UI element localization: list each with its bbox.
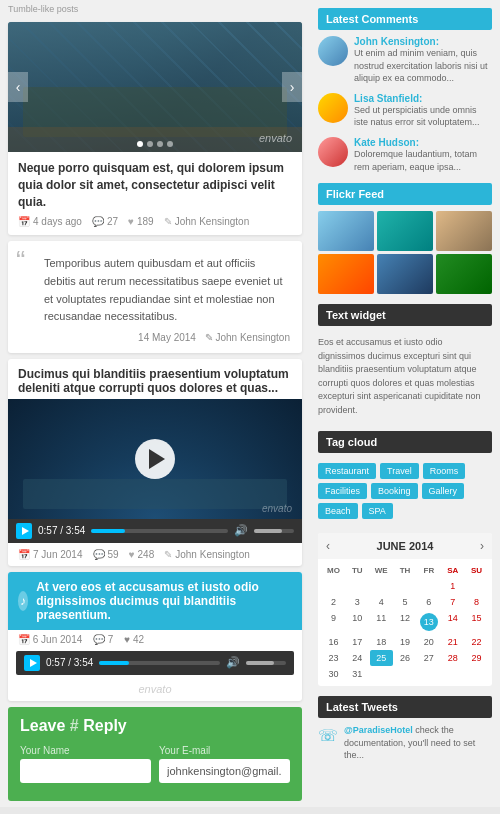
cal-day-30[interactable]: 30	[322, 666, 345, 682]
reply-section: Leave # Reply Your Name Your E-mail	[8, 707, 302, 801]
tweet-handle[interactable]: @ParadiseHotel	[344, 725, 413, 735]
comment-content-2: Lisa Stanfield: Sed ut perspiciatis unde…	[354, 93, 492, 129]
cal-day-18[interactable]: 18	[370, 634, 393, 650]
audio-controls-bar: 0:57 / 3:54 🔊	[16, 651, 294, 675]
cal-day-empty	[346, 578, 369, 594]
carousel-dot[interactable]	[147, 141, 153, 147]
cal-day-20[interactable]: 20	[417, 634, 440, 650]
carousel-dot[interactable]	[157, 141, 163, 147]
name-input[interactable]	[20, 759, 151, 783]
video-progress-bar[interactable]	[91, 529, 228, 533]
video-play-button[interactable]	[135, 439, 175, 479]
reply-form-row: Your Name Your E-mail	[20, 745, 290, 783]
carousel-dots	[137, 141, 173, 147]
cal-day-5[interactable]: 5	[394, 594, 417, 610]
carousel-prev-btn[interactable]: ‹	[8, 72, 28, 102]
cal-day-14[interactable]: 14	[441, 610, 464, 634]
audio-play-btn[interactable]	[24, 655, 40, 671]
tag-gallery[interactable]: Gallery	[422, 483, 465, 499]
cal-day-empty	[441, 666, 464, 682]
comment-icon: 💬	[92, 216, 104, 227]
cal-day-24[interactable]: 24	[346, 650, 369, 666]
cal-day-22[interactable]: 22	[465, 634, 488, 650]
tag-restaurant[interactable]: Restaurant	[318, 463, 376, 479]
text-widget-content: Eos et accusamus et iusto odio dignissim…	[318, 332, 492, 421]
cal-day-26[interactable]: 26	[394, 650, 417, 666]
volume-fill	[254, 529, 282, 533]
flickr-thumb-6[interactable]	[436, 254, 492, 294]
cal-day-23[interactable]: 23	[322, 650, 345, 666]
cal-day-13[interactable]: 13	[417, 610, 440, 634]
cal-day-6[interactable]: 6	[417, 594, 440, 610]
cal-day-28[interactable]: 28	[441, 650, 464, 666]
flickr-thumb-3[interactable]	[436, 211, 492, 251]
sidebar: Latest Comments John Kensington: Ut enim…	[310, 0, 500, 807]
video-controls-bar: 0:57 / 3:54 🔊	[8, 519, 302, 543]
comment-content-1: John Kensington: Ut enim ad minim veniam…	[354, 36, 492, 85]
cal-day-21[interactable]: 21	[441, 634, 464, 650]
post-body: Neque porro quisquam est, qui dolorem ip…	[8, 152, 302, 235]
comment-icon2: 💬	[93, 549, 105, 560]
audio-volume-bar[interactable]	[246, 661, 286, 665]
tag-spa[interactable]: SPA	[362, 503, 393, 519]
cal-day-4[interactable]: 4	[370, 594, 393, 610]
cal-day-12[interactable]: 12	[394, 610, 417, 634]
calendar-next-btn[interactable]: ›	[480, 539, 484, 553]
carousel-dot[interactable]	[137, 141, 143, 147]
email-input[interactable]	[159, 759, 290, 783]
tweet-content: @ParadiseHotel check the documentation, …	[344, 724, 492, 762]
carousel-dot[interactable]	[167, 141, 173, 147]
cal-day-27[interactable]: 27	[417, 650, 440, 666]
flickr-thumb-5[interactable]	[377, 254, 433, 294]
latest-tweets-title: Latest Tweets	[318, 696, 492, 718]
cal-header-th: TH	[394, 563, 417, 578]
reply-title: Leave # Reply	[20, 717, 290, 735]
text-widget-title: Text widget	[318, 304, 492, 326]
flickr-thumb-1[interactable]	[318, 211, 374, 251]
tag-rooms[interactable]: Rooms	[423, 463, 466, 479]
tag-cloud-title: Tag cloud	[318, 431, 492, 453]
comment-text-3: Doloremque laudantium, totam rem aperiam…	[354, 148, 492, 173]
audio-progress-fill	[99, 661, 129, 665]
flickr-thumb-2[interactable]	[377, 211, 433, 251]
image-post: ‹ › envato Neque porro quisquam est, qui…	[8, 22, 302, 235]
post-title: Neque porro quisquam est, qui dolorem ip…	[18, 160, 292, 210]
comment-item: John Kensington: Ut enim ad minim veniam…	[318, 36, 492, 85]
tag-booking[interactable]: Booking	[371, 483, 418, 499]
cal-day-8[interactable]: 8	[465, 594, 488, 610]
tag-beach[interactable]: Beach	[318, 503, 358, 519]
carousel-next-btn[interactable]: ›	[282, 72, 302, 102]
tag-facilities[interactable]: Facilities	[318, 483, 367, 499]
cal-day-2[interactable]: 2	[322, 594, 345, 610]
cal-day-10[interactable]: 10	[346, 610, 369, 634]
flickr-feed-title: Flickr Feed	[318, 183, 492, 205]
flickr-thumb-4[interactable]	[318, 254, 374, 294]
audio-progress-bar[interactable]	[99, 661, 220, 665]
post-image	[8, 22, 302, 152]
volume-bar[interactable]	[254, 529, 294, 533]
cal-day-7[interactable]: 7	[441, 594, 464, 610]
video-watermark: envato	[262, 503, 292, 514]
cal-day-1[interactable]: 1	[441, 578, 464, 594]
video-post: Ducimus qui blanditiis praesentium volup…	[8, 359, 302, 566]
cal-day-15[interactable]: 15	[465, 610, 488, 634]
cal-day-17[interactable]: 17	[346, 634, 369, 650]
audio-title: At vero eos et accusamus et iusto odio d…	[36, 580, 292, 622]
calendar-prev-btn[interactable]: ‹	[326, 539, 330, 553]
comment-text-1: Ut enim ad minim veniam, quis nostrud ex…	[354, 47, 492, 85]
video-likes: ♥ 248	[129, 549, 155, 560]
tag-travel[interactable]: Travel	[380, 463, 419, 479]
cal-week-2: 2 3 4 5 6 7 8	[322, 594, 488, 610]
calendar-header: ‹ JUNE 2014 ›	[318, 533, 492, 559]
cal-day-25[interactable]: 25	[370, 650, 393, 666]
cal-day-16[interactable]: 16	[322, 634, 345, 650]
volume-icon: 🔊	[234, 524, 248, 537]
cal-day-29[interactable]: 29	[465, 650, 488, 666]
cal-day-3[interactable]: 3	[346, 594, 369, 610]
cal-day-31[interactable]: 31	[346, 666, 369, 682]
video-play-small-btn[interactable]	[16, 523, 32, 539]
cal-day-19[interactable]: 19	[394, 634, 417, 650]
comment-content-3: Kate Hudson: Doloremque laudantium, tota…	[354, 137, 492, 173]
cal-day-9[interactable]: 9	[322, 610, 345, 634]
cal-day-11[interactable]: 11	[370, 610, 393, 634]
